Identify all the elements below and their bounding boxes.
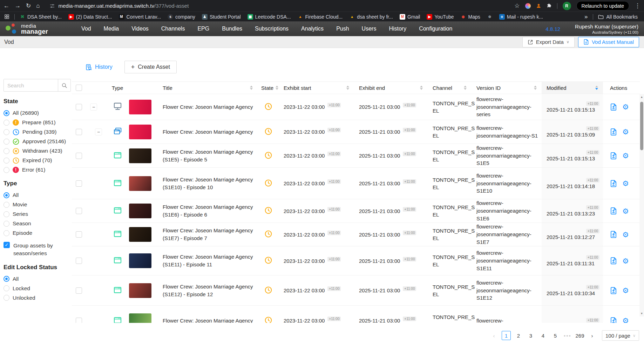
file-versions-icon[interactable]: [610, 317, 617, 323]
forward-icon[interactable]: →: [15, 3, 21, 9]
bookmark-item[interactable]: ⌘ DSA Sheet by...: [20, 14, 62, 20]
nav-item[interactable]: Media: [104, 26, 119, 32]
asset-title[interactable]: Flower Crew: Joseon Marriage Agency (S1E…: [158, 199, 258, 223]
search-button[interactable]: [58, 79, 70, 91]
channel-column-header[interactable]: Channel: [428, 82, 472, 94]
asset-title[interactable]: Flower Crew: Joseon Marriage Agency (S1E…: [158, 275, 258, 305]
row-checkbox[interactable]: [76, 153, 82, 159]
file-versions-icon[interactable]: [610, 257, 617, 265]
settings-gear-icon[interactable]: ⚙: [622, 180, 629, 187]
nav-item[interactable]: Analytics: [301, 26, 324, 32]
app-logo[interactable]: mediamanager: [5, 22, 75, 35]
nav-item[interactable]: Channels: [161, 26, 185, 32]
nav-item[interactable]: Push: [336, 26, 349, 32]
bookmark-item[interactable]: s company: [168, 14, 195, 20]
group-assets-checkbox[interactable]: ✓ Group assets by season/series: [4, 242, 71, 258]
vod-asset-manual-button[interactable]: Vod Asset Manual: [578, 37, 639, 47]
scroll-down-icon[interactable]: ▼: [639, 312, 644, 315]
scroll-up-icon[interactable]: ▲: [639, 95, 644, 99]
asset-title[interactable]: Flower Crew: Joseon Marriage Agency: [158, 94, 258, 120]
asset-title[interactable]: Flower Crew: Joseon Marriage Agency (S1E…: [158, 246, 258, 275]
row-checkbox[interactable]: [76, 318, 82, 323]
version-id-column-header[interactable]: Version ID: [472, 82, 542, 94]
bookmark-item[interactable]: M Convert Larav...: [119, 14, 161, 20]
filter-option[interactable]: Approved (25146): [4, 138, 71, 145]
extension-person-icon[interactable]: [536, 3, 541, 8]
filter-option[interactable]: Season: [4, 220, 71, 227]
filter-option[interactable]: Series: [4, 210, 71, 218]
filter-option[interactable]: Withdrawn (423): [4, 147, 71, 155]
bookmark-item[interactable]: o Mail - rupesh k...: [499, 14, 543, 20]
asset-title[interactable]: Flower Crew: Joseon Marriage Agency (S1E…: [158, 168, 258, 199]
file-versions-icon[interactable]: [610, 207, 617, 215]
file-versions-icon[interactable]: [610, 103, 617, 111]
nav-item[interactable]: Users: [362, 26, 377, 32]
reload-icon[interactable]: ↻: [26, 3, 31, 9]
nav-item[interactable]: History: [389, 26, 406, 32]
exhibit-end-column-header[interactable]: Exhibit end: [354, 82, 428, 94]
nav-item[interactable]: Subscriptions: [255, 26, 289, 32]
user-menu[interactable]: Rupesh Kumar (superuser) Australia/Sydne…: [575, 24, 638, 34]
state-column-header[interactable]: State: [258, 82, 279, 94]
exhibit-start-column-header[interactable]: Exhibit start: [279, 82, 354, 94]
bookmark-item[interactable]: ▲ Firebase Cloud...: [298, 14, 343, 20]
asset-title[interactable]: Flower Crew: Joseon Marriage Agency: [158, 120, 258, 144]
bookmark-item[interactable]: ♟ Student Portal: [202, 14, 241, 20]
title-column-header[interactable]: Title: [158, 82, 258, 94]
extension-icon[interactable]: [525, 3, 531, 9]
row-checkbox[interactable]: [76, 104, 82, 110]
url-bar[interactable]: media-manager.uat.mediaprima.switch.tv/3…: [45, 3, 509, 9]
all-bookmarks-button[interactable]: All Bookmarks: [598, 14, 638, 20]
asset-title[interactable]: Flower Crew: Joseon Marriage Agency: [158, 306, 258, 323]
collapse-toggle[interactable]: −: [95, 128, 102, 135]
filter-option[interactable]: ! Prepare (851): [4, 119, 71, 126]
search-input[interactable]: [4, 79, 58, 91]
row-checkbox[interactable]: [76, 208, 82, 214]
apps-grid-icon[interactable]: [4, 14, 9, 19]
file-versions-icon[interactable]: [610, 152, 617, 160]
bookmark-item[interactable]: ▲ dsa sheet by fr...: [349, 14, 393, 20]
last-page-button[interactable]: 269: [575, 331, 584, 340]
settings-gear-icon[interactable]: ⚙: [622, 207, 629, 215]
settings-gear-icon[interactable]: ⚙: [622, 287, 629, 294]
filter-option[interactable]: Unlocked: [4, 294, 71, 302]
page-number-button[interactable]: 5: [551, 331, 560, 340]
file-versions-icon[interactable]: [610, 180, 617, 187]
filter-option[interactable]: Expired (70): [4, 157, 71, 164]
row-checkbox[interactable]: [76, 129, 82, 135]
profile-avatar[interactable]: R: [563, 2, 571, 10]
select-all-checkbox[interactable]: [76, 85, 82, 91]
page-number-button[interactable]: 4: [538, 331, 548, 340]
extensions-puzzle-icon[interactable]: [547, 3, 552, 8]
bookmark-item[interactable]: ▶ (2) Data Struct...: [68, 14, 112, 20]
row-checkbox[interactable]: [76, 258, 82, 264]
page-number-button[interactable]: 3: [526, 331, 535, 340]
vertical-scrollbar[interactable]: ▲ ▼: [639, 94, 644, 317]
export-data-button[interactable]: Export Data ∨: [522, 37, 575, 47]
filter-option[interactable]: Locked: [4, 285, 71, 292]
bookmarks-overflow-icon[interactable]: »: [584, 14, 588, 20]
scrollbar-thumb[interactable]: [640, 102, 643, 150]
create-asset-button[interactable]: + Create Asset: [124, 61, 177, 73]
filter-option[interactable]: All: [4, 191, 71, 199]
back-icon[interactable]: ←: [4, 3, 9, 9]
nav-item[interactable]: Configuration: [419, 26, 452, 32]
filter-option[interactable]: Movie: [4, 201, 71, 208]
nav-item[interactable]: Videos: [131, 26, 149, 32]
site-info-icon[interactable]: [49, 3, 55, 9]
asset-title[interactable]: Flower Crew: Joseon Marriage Agency (S1E…: [158, 144, 258, 167]
bookmark-star-icon[interactable]: ☆: [514, 3, 520, 9]
prev-page-button[interactable]: ‹: [489, 331, 499, 340]
next-page-button[interactable]: ›: [588, 331, 597, 340]
row-checkbox[interactable]: [76, 231, 82, 238]
modified-column-header[interactable]: Modified: [542, 82, 603, 94]
file-versions-icon[interactable]: [610, 231, 617, 238]
nav-item[interactable]: EPG: [197, 26, 209, 32]
home-icon[interactable]: ⌂: [36, 3, 40, 9]
bookmark-item[interactable]: M Gmail: [400, 14, 420, 20]
filter-option[interactable]: All: [4, 275, 71, 283]
bookmark-item[interactable]: ⊕: [487, 14, 493, 20]
filter-option[interactable]: Pending (339): [4, 128, 71, 136]
browser-menu-icon[interactable]: ⋮: [635, 3, 640, 9]
asset-title[interactable]: Flower Crew: Joseon Marriage Agency (S1E…: [158, 223, 258, 246]
